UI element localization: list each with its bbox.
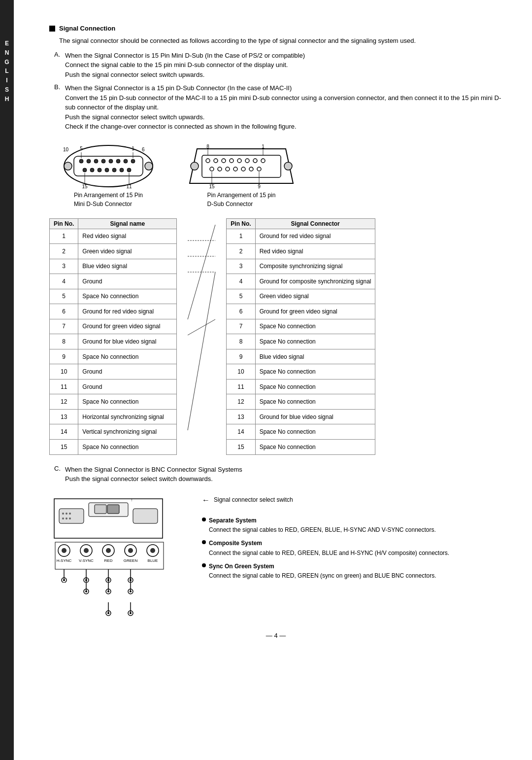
svg-point-13 bbox=[105, 168, 109, 172]
svg-text:8: 8 bbox=[206, 144, 209, 149]
svg-point-45 bbox=[257, 167, 261, 171]
diagram-dsub: 8 1 15 9 Pin Arrangement of 15 pin D-Sub… bbox=[187, 141, 296, 208]
svg-point-67 bbox=[62, 513, 64, 515]
right-table-row: 10Space No connection bbox=[227, 364, 375, 380]
pin-number: 2 bbox=[50, 244, 78, 259]
svg-point-18 bbox=[145, 162, 153, 170]
svg-point-8 bbox=[124, 159, 128, 163]
signal-name: Ground bbox=[78, 379, 177, 394]
svg-point-34 bbox=[230, 159, 233, 163]
signal-name: Blue video signal bbox=[78, 259, 177, 274]
svg-text:H-SYNC: H-SYNC bbox=[57, 558, 72, 563]
switch-label-row: ← Signal connector select switch bbox=[202, 494, 502, 507]
svg-point-42 bbox=[233, 167, 237, 171]
signal-connector: Ground for composite synchronizing signa… bbox=[255, 274, 375, 289]
pin-number: 12 bbox=[227, 394, 255, 410]
switch-label-text: Signal connector select switch bbox=[214, 495, 293, 505]
svg-point-117 bbox=[130, 612, 132, 614]
signal-name: Ground for green video signal bbox=[78, 319, 177, 334]
signal-connector: Ground for green video signal bbox=[255, 304, 375, 319]
svg-text:6: 6 bbox=[142, 147, 145, 152]
pin-number: 4 bbox=[50, 274, 78, 289]
right-table-row: 9Blue video signal bbox=[227, 349, 375, 364]
svg-point-6 bbox=[109, 159, 113, 163]
pin-number: 1 bbox=[50, 229, 78, 244]
svg-point-9 bbox=[131, 159, 135, 163]
signal-connector: Green video signal bbox=[255, 289, 375, 304]
svg-point-76 bbox=[62, 548, 66, 553]
separate-text: Separate System Connect the signal cable… bbox=[209, 516, 436, 535]
separate-desc: Connect the signal cables to RED, GREEN,… bbox=[209, 526, 436, 533]
signal-name: Space No connection bbox=[78, 394, 177, 410]
composite-desc: Connect the signal cable to RED, GREEN, … bbox=[209, 550, 449, 556]
svg-point-2 bbox=[79, 159, 83, 163]
svg-point-82 bbox=[106, 548, 111, 553]
svg-point-16 bbox=[127, 168, 131, 172]
sidebar-letter: I bbox=[6, 76, 7, 85]
bnc-diagram: ↑ H-SYNC V-SYNC RED bbox=[49, 494, 502, 617]
svg-line-61 bbox=[188, 272, 215, 430]
svg-point-38 bbox=[261, 159, 265, 163]
bullet-icon bbox=[49, 26, 55, 32]
left-table-row: 6Ground for red video signal bbox=[50, 304, 177, 319]
signal-connector: Space No connection bbox=[255, 439, 375, 454]
svg-point-72 bbox=[69, 518, 71, 519]
bnc-cables-svg bbox=[49, 578, 187, 617]
bullet-sync bbox=[202, 563, 206, 567]
svg-text:5: 5 bbox=[80, 146, 83, 151]
svg-point-111 bbox=[130, 590, 132, 592]
svg-line-60 bbox=[188, 319, 215, 335]
sync-text: Sync On Green System Connect the signal … bbox=[209, 562, 436, 581]
svg-point-31 bbox=[206, 159, 210, 163]
connection-lines-area bbox=[187, 218, 216, 455]
bullet-composite bbox=[202, 540, 206, 544]
svg-point-5 bbox=[101, 159, 105, 163]
svg-rect-30 bbox=[202, 155, 281, 177]
left-table-header-pin: Pin No. bbox=[50, 218, 78, 229]
left-table-row: 9Space No connection bbox=[50, 349, 177, 364]
svg-point-46 bbox=[191, 162, 199, 170]
svg-point-32 bbox=[214, 159, 218, 163]
right-table-row: 15Space No connection bbox=[227, 439, 375, 454]
diagrams-row: 5 1 10 6 15 11 Pin Arrangement of 15 Pin… bbox=[59, 141, 493, 208]
svg-text:↑: ↑ bbox=[131, 497, 133, 502]
svg-point-108 bbox=[107, 590, 109, 592]
left-table-row: 1Red video signal bbox=[50, 229, 177, 244]
pin-number: 3 bbox=[50, 259, 78, 274]
signal-name: Horizontal synchronizing signal bbox=[78, 409, 177, 424]
svg-text:10: 10 bbox=[63, 147, 69, 152]
right-table-row: 12Space No connection bbox=[227, 394, 375, 410]
svg-point-114 bbox=[107, 612, 109, 614]
svg-point-41 bbox=[226, 167, 230, 171]
svg-point-39 bbox=[210, 167, 214, 171]
svg-point-17 bbox=[64, 162, 72, 170]
pin-number: 14 bbox=[50, 424, 78, 440]
signal-connector: Space No connection bbox=[255, 424, 375, 440]
sidebar-letter: H bbox=[5, 95, 9, 104]
sidebar-letter: N bbox=[5, 49, 9, 57]
left-table-row: 14Vertical synchronizing signal bbox=[50, 424, 177, 440]
pin-number: 6 bbox=[50, 304, 78, 319]
pin-number: 10 bbox=[50, 364, 78, 380]
right-table-row: 8Space No connection bbox=[227, 334, 375, 349]
left-table-row: 5Space No connection bbox=[50, 289, 177, 304]
svg-rect-66 bbox=[59, 509, 84, 523]
composite-text: Composite System Connect the signal cabl… bbox=[209, 539, 449, 557]
list-label-b: B. bbox=[54, 83, 62, 91]
svg-point-70 bbox=[62, 518, 64, 519]
dsub-svg: 8 1 15 9 bbox=[187, 141, 296, 191]
pin-number: 8 bbox=[50, 334, 78, 349]
signal-connector: Space No connection bbox=[255, 394, 375, 410]
left-table-row: 13Horizontal synchronizing signal bbox=[50, 409, 177, 424]
svg-point-36 bbox=[245, 159, 249, 163]
pin-number: 13 bbox=[50, 409, 78, 424]
svg-rect-64 bbox=[95, 505, 106, 514]
connection-lines-svg bbox=[187, 218, 216, 455]
pin-number: 2 bbox=[227, 244, 255, 259]
left-table-row: 11Ground bbox=[50, 379, 177, 394]
list-text-b: When the Signal Connector is a 15 pin D-… bbox=[65, 83, 502, 132]
right-table-row: 1Ground for red video signal bbox=[227, 229, 375, 244]
signal-name: Ground bbox=[78, 364, 177, 380]
signal-name: Space No connection bbox=[78, 349, 177, 364]
svg-rect-73 bbox=[133, 509, 158, 523]
